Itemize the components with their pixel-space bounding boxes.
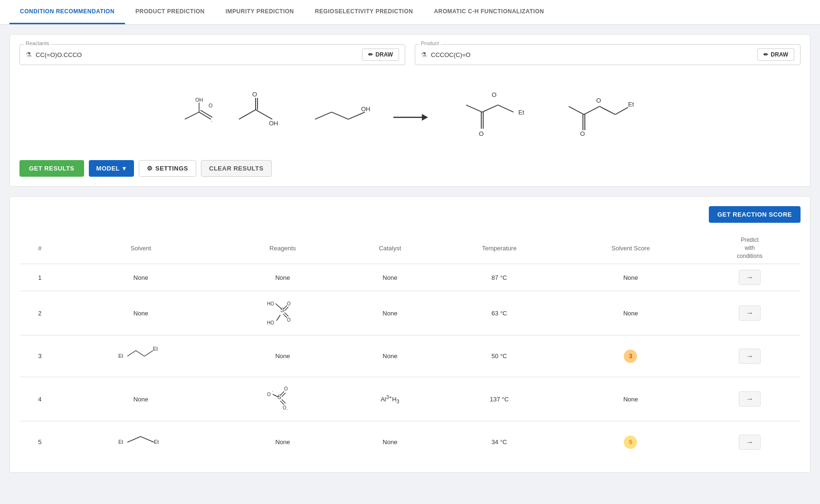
results-header: GET REACTION SCORE (19, 206, 801, 223)
svg-line-21 (482, 105, 498, 112)
svg-text:-: - (272, 389, 273, 393)
col-header-solvent-score: Solvent Score (563, 232, 699, 264)
col-header-temperature: Temperature (436, 232, 563, 264)
svg-line-49 (136, 351, 144, 356)
reactants-draw-button[interactable]: DRAW (362, 48, 399, 61)
svg-text:-: - (287, 407, 288, 411)
row-5-solvent-score: 5 (563, 421, 699, 463)
svg-text:O: O (580, 130, 585, 137)
svg-line-32 (569, 106, 584, 114)
product-draw-label: DRAW (771, 51, 788, 58)
reaction-arrow (391, 110, 429, 124)
product-mol-icon: ⚗ (421, 51, 427, 58)
svg-text:HO: HO (267, 301, 274, 306)
row-5-num: 5 (19, 421, 60, 463)
svg-text:O: O (252, 91, 257, 98)
svg-text:Et: Et (518, 109, 524, 116)
svg-marker-18 (422, 114, 428, 121)
table-row: 5 Et Et NoneNone34 °C5→ (19, 421, 801, 463)
row-4-predict-button-cell: → (699, 377, 801, 421)
svg-text:O: O (287, 301, 291, 306)
row-1-solvent: None (60, 264, 222, 291)
svg-line-65 (141, 437, 154, 442)
product-molecule: O O Et O (448, 88, 649, 147)
row-4-solvent-score: None (563, 377, 699, 421)
row-5-predict-button-cell: → (699, 421, 801, 463)
product-draw-pencil-icon (763, 51, 768, 58)
row-4-catalyst: Al3+H3 (344, 377, 436, 421)
row-3-solvent-score: 3 (563, 335, 699, 377)
product-label: Product (419, 40, 441, 46)
svg-text:Et: Et (153, 346, 158, 352)
svg-text:O: O (283, 405, 286, 410)
clear-results-button[interactable]: CLEAR RESULTS (201, 160, 272, 177)
row-1-catalyst: None (344, 264, 436, 291)
predict-conditions-button-3[interactable]: → (739, 349, 761, 364)
main-content: Reactants ⚗ DRAW Product ⚗ (0, 25, 820, 482)
get-reaction-score-button[interactable]: GET REACTION SCORE (709, 206, 801, 223)
svg-text:O: O (596, 97, 601, 104)
score-badge: 3 (624, 350, 637, 363)
svg-line-14 (332, 112, 348, 119)
model-label: MODEL (96, 165, 120, 172)
predict-conditions-button-2[interactable]: → (739, 305, 761, 321)
product-field[interactable] (431, 51, 753, 58)
row-3-predict-button-cell: → (699, 335, 801, 377)
table-row: 1NoneNoneNone87 °CNone→ (19, 264, 801, 291)
svg-text:HO: HO (267, 320, 274, 325)
svg-line-64 (127, 437, 141, 442)
svg-line-30 (600, 106, 615, 114)
tab-aromatic-ch[interactable]: AROMATIC C-H FUNCTIONALIZATION (423, 0, 554, 24)
svg-line-48 (127, 351, 136, 356)
model-button[interactable]: MODEL (89, 160, 134, 177)
row-2-reagents: HO S O O HO (221, 291, 343, 335)
svg-text:Et: Et (628, 101, 634, 108)
svg-text:Et: Et (118, 353, 123, 359)
row-1-solvent-score: None (563, 264, 699, 291)
reactants-field[interactable] (36, 51, 358, 58)
draw-label: DRAW (375, 51, 393, 58)
tab-regioselectivity-prediction[interactable]: REGIOSELECTIVITY PREDICTION (305, 0, 424, 24)
get-results-button[interactable]: GET RESULTS (19, 160, 84, 177)
svg-line-7 (239, 110, 256, 119)
svg-text:O: O (287, 317, 291, 323)
product-input-group: Product ⚗ DRAW (415, 44, 801, 65)
product-draw-button[interactable]: DRAW (757, 48, 794, 61)
svg-text:O: O (492, 91, 496, 98)
predict-conditions-button-1[interactable]: → (739, 270, 761, 285)
predict-conditions-button-5[interactable]: → (739, 435, 761, 450)
reactant-1-molecule: O OH · O OH (171, 93, 291, 142)
row-4-reagents: O - S O O - (221, 377, 343, 421)
svg-line-50 (144, 351, 153, 356)
settings-button[interactable]: SETTINGS (139, 160, 197, 177)
svg-line-23 (466, 105, 482, 112)
row-4-temperature: 137 °C (436, 377, 563, 421)
row-3-solvent: Et Et (60, 335, 222, 377)
tab-impurity-prediction[interactable]: IMPURITY PREDICTION (215, 0, 305, 24)
svg-text:O: O (267, 392, 271, 397)
results-table: # Solvent Reagents Catalyst Temperature … (19, 232, 801, 463)
svg-line-13 (315, 112, 332, 119)
row-2-temperature: 63 °C (436, 291, 563, 335)
svg-line-0 (185, 112, 199, 119)
col-header-solvent: Solvent (60, 232, 222, 264)
tab-condition-recommendation[interactable]: CONDITION RECOMMENDATION (10, 0, 125, 24)
row-1-reagents: None (221, 264, 343, 291)
row-3-reagents: None (221, 335, 343, 377)
score-badge: 5 (624, 436, 637, 449)
row-2-catalyst: None (344, 291, 436, 335)
predict-conditions-button-4[interactable]: → (739, 391, 761, 407)
row-2-solvent-score: None (563, 291, 699, 335)
row-4-num: 4 (19, 377, 60, 421)
reactant-2-molecule: OH (310, 98, 372, 137)
svg-line-29 (584, 106, 600, 114)
model-dropdown-arrow (123, 165, 126, 172)
row-5-solvent: Et Et (60, 421, 222, 463)
input-row: Reactants ⚗ DRAW Product ⚗ (19, 44, 801, 65)
reactants-label: Reactants (24, 40, 51, 46)
row-5-reagents: None (221, 421, 343, 463)
tab-product-prediction[interactable]: PRODUCT PREDICTION (125, 0, 215, 24)
svg-line-15 (348, 112, 365, 119)
svg-text:OH: OH (195, 97, 203, 103)
table-row: 3 Et Et NoneNone50 °C3→ (19, 335, 801, 377)
